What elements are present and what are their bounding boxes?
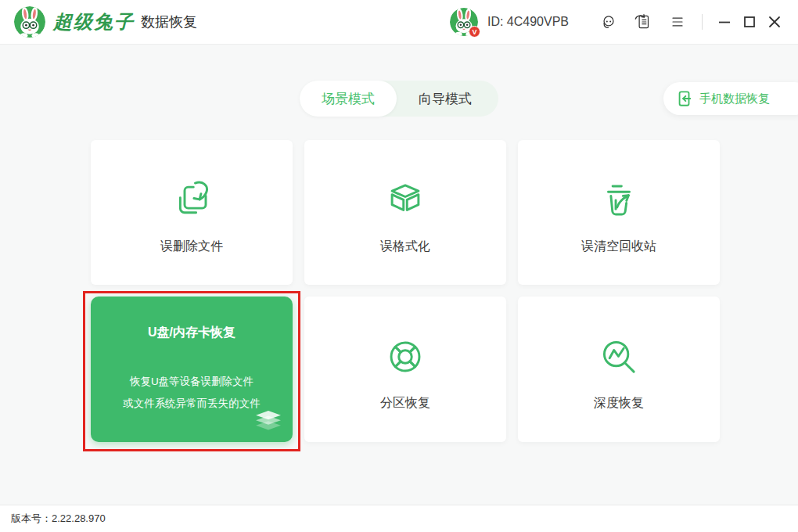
mode-tabs: 场景模式 向导模式 xyxy=(300,81,498,117)
recovery-cards-grid: 误删除文件 误格式化 误清空回收站 U盘/内存卡恢复 xyxy=(91,140,720,442)
partition-icon xyxy=(384,336,426,378)
close-button[interactable] xyxy=(764,11,785,33)
card-description-line2: 或文件系统异常而丢失的文件 xyxy=(123,393,261,415)
card-label: 误删除文件 xyxy=(160,239,223,255)
app-logo-rabbit-icon xyxy=(14,6,45,38)
menu-icon[interactable] xyxy=(666,10,689,34)
card-formatted[interactable]: 误格式化 xyxy=(304,140,506,285)
card-deep-recovery[interactable]: 深度恢复 xyxy=(518,297,720,442)
maximize-button[interactable] xyxy=(739,11,760,33)
card-emptied-recycle-bin[interactable]: 误清空回收站 xyxy=(518,140,720,285)
card-label: 分区恢复 xyxy=(380,395,430,412)
minimize-button[interactable] xyxy=(714,11,735,33)
card-description-line1: 恢复U盘等设备误删除文件 xyxy=(123,371,261,393)
user-id-label: ID: 4C490VPB xyxy=(487,15,569,29)
support-headset-icon[interactable] xyxy=(597,10,620,34)
card-description: 恢复U盘等设备误删除文件 或文件系统异常而丢失的文件 xyxy=(123,371,261,415)
status-bar: 版本号：2.22.28.970 xyxy=(0,505,798,532)
card-title: U盘/内存卡恢复 xyxy=(148,325,235,341)
app-brand-title: 超级兔子 xyxy=(53,9,135,34)
card-partition-recovery[interactable]: 分区恢复 xyxy=(304,297,506,442)
recycle-bin-recover-icon xyxy=(598,179,640,221)
card-usb-memory-card-recovery[interactable]: U盘/内存卡恢复 恢复U盘等设备误删除文件 或文件系统异常而丢失的文件 xyxy=(91,297,293,442)
tab-wizard-mode[interactable]: 向导模式 xyxy=(397,81,494,117)
user-avatar[interactable]: V xyxy=(450,8,478,36)
file-recover-icon xyxy=(171,179,213,221)
card-label: 深度恢复 xyxy=(594,395,644,412)
deep-scan-icon xyxy=(598,336,640,378)
header-separator xyxy=(702,14,703,30)
version-label: 版本号：2.22.28.970 xyxy=(11,512,106,526)
phone-recovery-icon xyxy=(676,90,693,107)
layers-stack-icon xyxy=(253,411,283,434)
card-label: 误格式化 xyxy=(380,239,430,255)
title-bar: 超级兔子 数据恢复 V ID: 4C490VPB xyxy=(0,0,798,45)
vip-badge: V xyxy=(469,26,480,38)
phone-data-recovery-button[interactable]: 手机数据恢复 xyxy=(663,82,798,115)
phone-recovery-label: 手机数据恢复 xyxy=(699,92,770,106)
tab-scene-mode[interactable]: 场景模式 xyxy=(300,81,397,117)
app-product-title: 数据恢复 xyxy=(141,13,197,31)
feedback-icon[interactable] xyxy=(631,10,655,34)
main-content: 场景模式 向导模式 手机数据恢复 误删除文件 误格式化 xyxy=(0,45,798,505)
format-cube-icon xyxy=(384,179,426,221)
card-label: 误清空回收站 xyxy=(581,239,656,255)
card-deleted-files[interactable]: 误删除文件 xyxy=(91,140,293,285)
